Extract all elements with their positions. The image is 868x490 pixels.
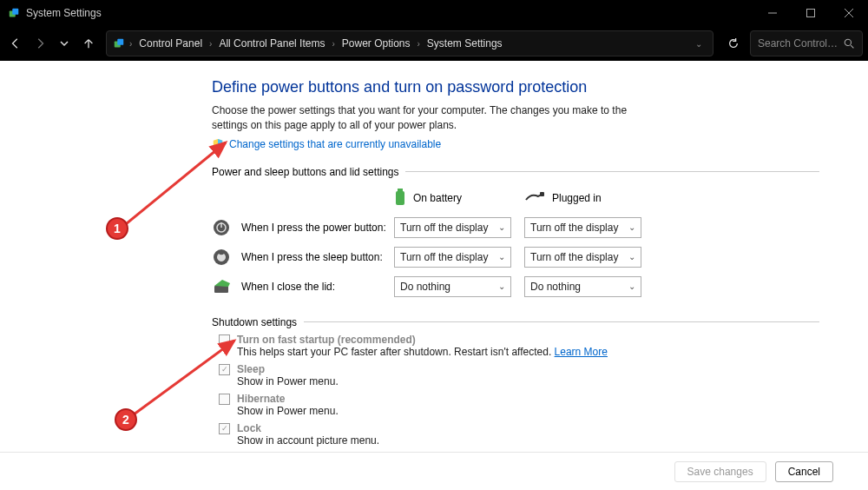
save-button[interactable]: Save changes bbox=[674, 461, 766, 482]
annotation-badge-1: 1 bbox=[106, 217, 128, 240]
select-power-button-plugged[interactable]: Turn off the display⌄ bbox=[524, 217, 641, 238]
window-title: System Settings bbox=[26, 7, 102, 19]
chevron-down-icon: ⌄ bbox=[498, 281, 505, 291]
chevron-down-icon[interactable]: ⌄ bbox=[690, 39, 707, 49]
page: Define power buttons and turn on passwor… bbox=[212, 78, 819, 447]
row-label: When I press the power button: bbox=[241, 222, 386, 234]
shield-icon bbox=[212, 138, 224, 150]
svg-rect-3 bbox=[807, 10, 815, 17]
battery-icon bbox=[394, 189, 406, 209]
select-sleep-button-battery[interactable]: Turn off the display⌄ bbox=[394, 247, 511, 268]
recent-dropdown[interactable] bbox=[54, 33, 75, 54]
chevron-down-icon: ⌄ bbox=[498, 222, 505, 232]
plug-icon bbox=[524, 191, 545, 206]
row-label: When I press the sleep button: bbox=[241, 251, 383, 263]
forward-button[interactable] bbox=[30, 33, 50, 54]
power-row-close-lid: When I close the lid: Do nothing⌄ Do not… bbox=[212, 276, 819, 297]
checkbox[interactable] bbox=[219, 334, 230, 346]
svg-rect-11 bbox=[396, 191, 404, 205]
opt-title: Turn on fast startup (recommended) bbox=[237, 334, 608, 346]
chevron-right-icon: › bbox=[128, 39, 134, 49]
svg-point-8 bbox=[845, 39, 851, 45]
col-on-battery: On battery bbox=[394, 189, 511, 209]
change-settings-link-text[interactable]: Change settings that are currently unava… bbox=[229, 138, 441, 150]
power-columns-header: On battery Plugged in bbox=[212, 189, 819, 209]
sleep-button-icon bbox=[212, 248, 231, 267]
close-button[interactable] bbox=[830, 0, 868, 26]
app-icon bbox=[7, 6, 21, 20]
breadcrumb-item[interactable]: Power Options bbox=[339, 37, 414, 50]
breadcrumb-item[interactable]: System Settings bbox=[424, 37, 506, 50]
breadcrumb-item[interactable]: All Control Panel Items bbox=[215, 37, 328, 50]
chevron-down-icon: ⌄ bbox=[628, 252, 635, 262]
opt-desc: Show in account picture menu. bbox=[237, 434, 379, 447]
minimize-button[interactable] bbox=[753, 0, 792, 26]
checkbox[interactable] bbox=[219, 364, 230, 375]
change-settings-link[interactable]: Change settings that are currently unava… bbox=[212, 138, 819, 150]
breadcrumb-icon bbox=[112, 36, 126, 50]
chevron-right-icon: › bbox=[416, 39, 422, 49]
opt-title: Lock bbox=[237, 422, 379, 434]
maximize-button[interactable] bbox=[792, 0, 830, 26]
svg-rect-10 bbox=[398, 189, 403, 191]
breadcrumb[interactable]: › Control Panel › All Control Panel Item… bbox=[106, 30, 713, 56]
checkbox[interactable] bbox=[219, 423, 230, 434]
opt-fast-startup: Turn on fast startup (recommended) This … bbox=[212, 334, 819, 358]
chevron-right-icon: › bbox=[207, 39, 214, 49]
content-area: Define power buttons and turn on passwor… bbox=[0, 61, 868, 490]
svg-line-18 bbox=[122, 142, 226, 228]
select-power-button-battery[interactable]: Turn off the display⌄ bbox=[394, 217, 511, 238]
search-input[interactable]: Search Control P... bbox=[750, 30, 863, 56]
opt-desc: Show in Power menu. bbox=[237, 375, 339, 387]
opt-desc: Show in Power menu. bbox=[237, 405, 339, 417]
checkbox[interactable] bbox=[219, 394, 230, 405]
cancel-button[interactable]: Cancel bbox=[775, 461, 833, 482]
opt-lock: Lock Show in account picture menu. bbox=[212, 422, 819, 447]
select-sleep-button-plugged[interactable]: Turn off the display⌄ bbox=[524, 247, 641, 268]
search-icon bbox=[844, 38, 855, 50]
opt-title: Sleep bbox=[237, 363, 339, 375]
breadcrumb-item[interactable]: Control Panel bbox=[135, 37, 206, 50]
row-label: When I close the lid: bbox=[241, 281, 335, 293]
opt-title: Hibernate bbox=[237, 393, 339, 405]
page-title: Define power buttons and turn on passwor… bbox=[212, 78, 819, 96]
section-title-shutdown: Shutdown settings bbox=[212, 316, 819, 328]
lid-icon bbox=[212, 277, 231, 296]
power-row-sleep-button: When I press the sleep button: Turn off … bbox=[212, 247, 819, 268]
svg-rect-7 bbox=[117, 39, 123, 45]
back-button[interactable] bbox=[5, 33, 26, 54]
titlebar: System Settings bbox=[0, 0, 868, 26]
section-title-buttons: Power and sleep buttons and lid settings bbox=[212, 166, 819, 178]
select-close-lid-plugged[interactable]: Do nothing⌄ bbox=[524, 276, 641, 297]
up-button[interactable] bbox=[78, 33, 99, 54]
opt-hibernate: Hibernate Show in Power menu. bbox=[212, 393, 819, 417]
search-placeholder: Search Control P... bbox=[758, 37, 838, 50]
shutdown-settings: Turn on fast startup (recommended) This … bbox=[212, 334, 819, 447]
learn-more-link[interactable]: Learn More bbox=[555, 346, 608, 358]
window: System Settings › Control Panel › All Co… bbox=[0, 0, 868, 490]
select-close-lid-battery[interactable]: Do nothing⌄ bbox=[394, 276, 511, 297]
chevron-down-icon: ⌄ bbox=[498, 252, 505, 262]
chevron-right-icon: › bbox=[330, 39, 336, 49]
svg-rect-17 bbox=[214, 286, 228, 293]
svg-rect-1 bbox=[12, 9, 18, 15]
power-row-power-button: When I press the power button: Turn off … bbox=[212, 217, 819, 238]
svg-line-9 bbox=[851, 45, 853, 48]
navbar: › Control Panel › All Control Panel Item… bbox=[0, 26, 868, 61]
col-plugged-in: Plugged in bbox=[524, 191, 641, 206]
annotation-badge-2: 2 bbox=[115, 408, 137, 431]
power-button-icon bbox=[212, 218, 231, 237]
chevron-down-icon: ⌄ bbox=[628, 281, 635, 291]
page-intro: Choose the power settings that you want … bbox=[212, 103, 663, 133]
svg-rect-12 bbox=[540, 192, 544, 196]
chevron-down-icon: ⌄ bbox=[628, 222, 635, 232]
footer: Save changes Cancel bbox=[0, 452, 868, 490]
refresh-button[interactable] bbox=[720, 30, 746, 56]
opt-sleep: Sleep Show in Power menu. bbox=[212, 363, 819, 387]
opt-desc: This helps start your PC faster after sh… bbox=[237, 346, 608, 358]
